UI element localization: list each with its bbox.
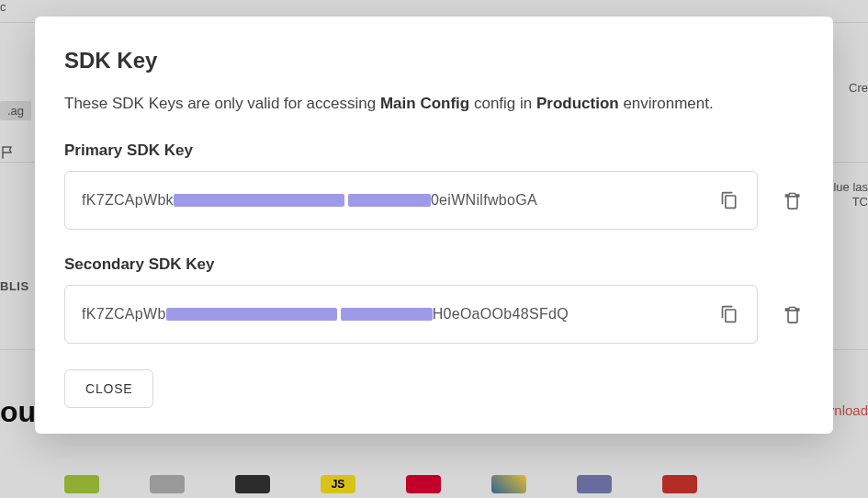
primary-key-value: fK7ZCApWbk0eiWNilfwboGA <box>82 192 707 209</box>
sdk-key-modal: SDK Key These SDK Keys are only valid fo… <box>35 17 833 434</box>
copy-icon[interactable] <box>718 303 740 325</box>
delete-secondary-key-button[interactable] <box>782 285 804 344</box>
config-name: Main Config <box>380 95 469 112</box>
modal-title: SDK Key <box>64 48 804 74</box>
secondary-key-value: fK7ZCApWbH0eOaOOb48SFdQ <box>82 306 707 323</box>
modal-description: These SDK Keys are only valid for access… <box>64 92 804 116</box>
environment-name: Production <box>536 95 619 112</box>
close-button[interactable]: CLOSE <box>64 369 153 408</box>
primary-key-field[interactable]: fK7ZCApWbk0eiWNilfwboGA <box>64 171 758 230</box>
secondary-key-field[interactable]: fK7ZCApWbH0eOaOOb48SFdQ <box>64 285 758 344</box>
secondary-key-label: Secondary SDK Key <box>64 255 804 274</box>
delete-primary-key-button[interactable] <box>782 171 804 230</box>
copy-icon[interactable] <box>718 189 740 211</box>
primary-key-label: Primary SDK Key <box>64 141 804 160</box>
